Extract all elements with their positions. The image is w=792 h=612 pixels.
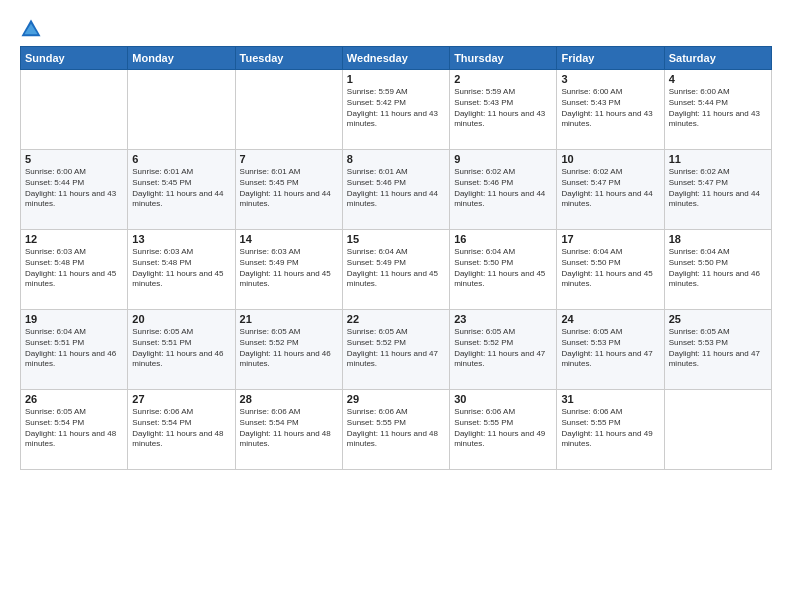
calendar-cell: 19 Sunrise: 6:04 AM Sunset: 5:51 PM Dayl… [21,310,128,390]
calendar-cell: 13 Sunrise: 6:03 AM Sunset: 5:48 PM Dayl… [128,230,235,310]
sunset: Sunset: 5:48 PM [25,258,84,267]
day-info: Sunrise: 6:05 AM Sunset: 5:53 PM Dayligh… [561,327,659,370]
calendar-cell: 30 Sunrise: 6:06 AM Sunset: 5:55 PM Dayl… [450,390,557,470]
sunset: Sunset: 5:45 PM [240,178,299,187]
day-number: 17 [561,233,659,245]
day-info: Sunrise: 6:02 AM Sunset: 5:46 PM Dayligh… [454,167,552,210]
daylight: Daylight: 11 hours and 46 minutes. [669,269,760,289]
calendar-cell: 9 Sunrise: 6:02 AM Sunset: 5:46 PM Dayli… [450,150,557,230]
day-number: 16 [454,233,552,245]
day-number: 24 [561,313,659,325]
daylight: Daylight: 11 hours and 44 minutes. [454,189,545,209]
sunrise: Sunrise: 6:03 AM [25,247,86,256]
sunrise: Sunrise: 6:02 AM [561,167,622,176]
day-number: 20 [132,313,230,325]
daylight: Daylight: 11 hours and 45 minutes. [454,269,545,289]
day-info: Sunrise: 6:04 AM Sunset: 5:50 PM Dayligh… [561,247,659,290]
sunrise: Sunrise: 6:05 AM [454,327,515,336]
day-info: Sunrise: 6:03 AM Sunset: 5:48 PM Dayligh… [132,247,230,290]
day-number: 31 [561,393,659,405]
day-info: Sunrise: 6:06 AM Sunset: 5:55 PM Dayligh… [454,407,552,450]
day-number: 6 [132,153,230,165]
daylight: Daylight: 11 hours and 46 minutes. [132,349,223,369]
calendar-cell: 3 Sunrise: 6:00 AM Sunset: 5:43 PM Dayli… [557,70,664,150]
sunrise: Sunrise: 6:06 AM [132,407,193,416]
page: SundayMondayTuesdayWednesdayThursdayFrid… [0,0,792,612]
calendar-cell: 23 Sunrise: 6:05 AM Sunset: 5:52 PM Dayl… [450,310,557,390]
daylight: Daylight: 11 hours and 48 minutes. [25,429,116,449]
daylight: Daylight: 11 hours and 47 minutes. [347,349,438,369]
day-info: Sunrise: 6:05 AM Sunset: 5:51 PM Dayligh… [132,327,230,370]
calendar-cell [235,70,342,150]
sunset: Sunset: 5:52 PM [347,338,406,347]
calendar-cell: 2 Sunrise: 5:59 AM Sunset: 5:43 PM Dayli… [450,70,557,150]
sunset: Sunset: 5:50 PM [669,258,728,267]
daylight: Daylight: 11 hours and 46 minutes. [25,349,116,369]
day-info: Sunrise: 6:06 AM Sunset: 5:55 PM Dayligh… [561,407,659,450]
daylight: Daylight: 11 hours and 43 minutes. [669,109,760,129]
sunset: Sunset: 5:42 PM [347,98,406,107]
weekday-header: Friday [557,47,664,70]
day-info: Sunrise: 6:04 AM Sunset: 5:50 PM Dayligh… [454,247,552,290]
calendar-cell: 18 Sunrise: 6:04 AM Sunset: 5:50 PM Dayl… [664,230,771,310]
day-number: 13 [132,233,230,245]
calendar-cell: 10 Sunrise: 6:02 AM Sunset: 5:47 PM Dayl… [557,150,664,230]
calendar-cell: 26 Sunrise: 6:05 AM Sunset: 5:54 PM Dayl… [21,390,128,470]
daylight: Daylight: 11 hours and 45 minutes. [25,269,116,289]
sunrise: Sunrise: 6:02 AM [669,167,730,176]
sunrise: Sunrise: 6:00 AM [669,87,730,96]
sunrise: Sunrise: 6:04 AM [454,247,515,256]
sunset: Sunset: 5:43 PM [454,98,513,107]
sunrise: Sunrise: 5:59 AM [454,87,515,96]
daylight: Daylight: 11 hours and 43 minutes. [347,109,438,129]
calendar-cell: 27 Sunrise: 6:06 AM Sunset: 5:54 PM Dayl… [128,390,235,470]
day-number: 4 [669,73,767,85]
weekday-header: Monday [128,47,235,70]
day-number: 27 [132,393,230,405]
daylight: Daylight: 11 hours and 43 minutes. [454,109,545,129]
calendar-cell: 1 Sunrise: 5:59 AM Sunset: 5:42 PM Dayli… [342,70,449,150]
sunset: Sunset: 5:52 PM [454,338,513,347]
daylight: Daylight: 11 hours and 48 minutes. [132,429,223,449]
sunrise: Sunrise: 6:00 AM [561,87,622,96]
day-info: Sunrise: 6:01 AM Sunset: 5:45 PM Dayligh… [240,167,338,210]
daylight: Daylight: 11 hours and 44 minutes. [347,189,438,209]
weekday-header: Saturday [664,47,771,70]
logo [20,18,46,40]
sunset: Sunset: 5:52 PM [240,338,299,347]
sunrise: Sunrise: 6:05 AM [132,327,193,336]
day-number: 22 [347,313,445,325]
day-info: Sunrise: 6:02 AM Sunset: 5:47 PM Dayligh… [561,167,659,210]
day-info: Sunrise: 6:05 AM Sunset: 5:52 PM Dayligh… [240,327,338,370]
calendar-cell: 5 Sunrise: 6:00 AM Sunset: 5:44 PM Dayli… [21,150,128,230]
day-number: 30 [454,393,552,405]
calendar-week-row: 26 Sunrise: 6:05 AM Sunset: 5:54 PM Dayl… [21,390,772,470]
day-info: Sunrise: 6:05 AM Sunset: 5:54 PM Dayligh… [25,407,123,450]
sunrise: Sunrise: 6:04 AM [25,327,86,336]
daylight: Daylight: 11 hours and 49 minutes. [561,429,652,449]
sunset: Sunset: 5:48 PM [132,258,191,267]
sunrise: Sunrise: 6:04 AM [561,247,622,256]
day-number: 18 [669,233,767,245]
calendar-table: SundayMondayTuesdayWednesdayThursdayFrid… [20,46,772,470]
sunset: Sunset: 5:53 PM [561,338,620,347]
daylight: Daylight: 11 hours and 49 minutes. [454,429,545,449]
daylight: Daylight: 11 hours and 44 minutes. [669,189,760,209]
sunrise: Sunrise: 6:02 AM [454,167,515,176]
calendar-cell: 31 Sunrise: 6:06 AM Sunset: 5:55 PM Dayl… [557,390,664,470]
calendar-cell: 25 Sunrise: 6:05 AM Sunset: 5:53 PM Dayl… [664,310,771,390]
calendar-cell: 7 Sunrise: 6:01 AM Sunset: 5:45 PM Dayli… [235,150,342,230]
day-number: 28 [240,393,338,405]
sunrise: Sunrise: 6:06 AM [561,407,622,416]
sunrise: Sunrise: 6:06 AM [454,407,515,416]
day-number: 11 [669,153,767,165]
calendar-cell: 4 Sunrise: 6:00 AM Sunset: 5:44 PM Dayli… [664,70,771,150]
calendar-cell: 6 Sunrise: 6:01 AM Sunset: 5:45 PM Dayli… [128,150,235,230]
calendar-cell: 21 Sunrise: 6:05 AM Sunset: 5:52 PM Dayl… [235,310,342,390]
sunrise: Sunrise: 6:04 AM [669,247,730,256]
calendar-cell: 14 Sunrise: 6:03 AM Sunset: 5:49 PM Dayl… [235,230,342,310]
sunrise: Sunrise: 6:01 AM [347,167,408,176]
day-number: 15 [347,233,445,245]
daylight: Daylight: 11 hours and 48 minutes. [240,429,331,449]
day-number: 10 [561,153,659,165]
